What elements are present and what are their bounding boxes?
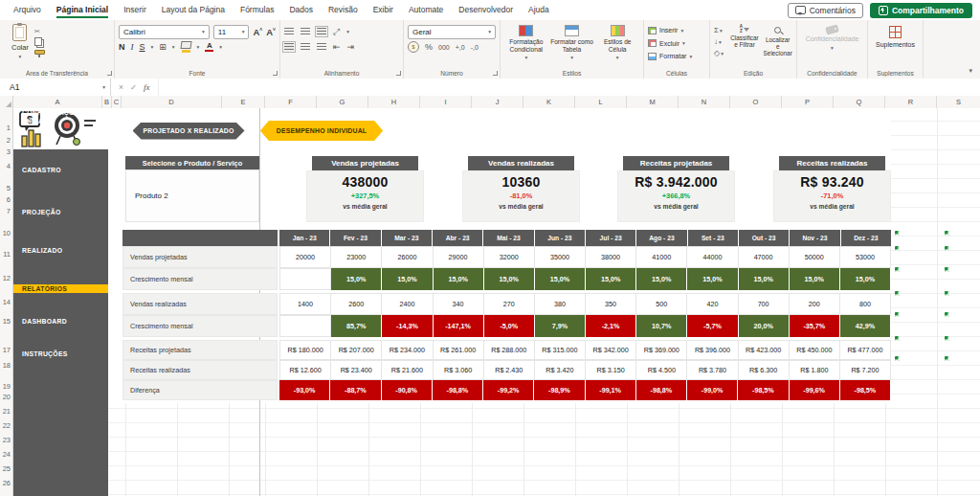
column-header[interactable]: I — [420, 96, 472, 108]
orientation-icon[interactable]: ⤢ — [333, 27, 340, 36]
column-header[interactable]: K — [523, 96, 575, 108]
menu-tab[interactable]: Dados — [281, 1, 321, 19]
align-bottom-icon[interactable] — [317, 28, 326, 35]
menu-tab[interactable]: Revisão — [321, 1, 366, 19]
bold-icon[interactable]: N — [119, 42, 125, 52]
font-name-select[interactable]: Calibri▾ — [119, 25, 210, 39]
font-size-select[interactable]: 11▾ — [213, 25, 250, 39]
row-header[interactable]: 4 — [0, 162, 11, 171]
row-header[interactable]: 12 — [0, 274, 11, 283]
style-button[interactable]: Formatação Condicional ▾ — [504, 25, 548, 60]
number-format-select[interactable]: Geral▾ — [408, 25, 496, 39]
column-header[interactable]: J — [472, 96, 523, 108]
row-header[interactable]: 25 — [0, 464, 11, 474]
menu-tab[interactable]: Desenvolvedor — [451, 1, 521, 19]
underline-icon[interactable]: S — [140, 42, 145, 52]
cells-button[interactable]: Formatar ▾ — [648, 50, 705, 63]
row-header[interactable]: 10 — [0, 229, 11, 238]
increase-font-icon[interactable]: A˄ — [253, 25, 262, 37]
column-header[interactable]: B — [102, 96, 112, 108]
row-header[interactable]: 18 — [0, 361, 11, 371]
collapse-ribbon-icon[interactable]: ▾ — [969, 67, 972, 75]
increase-decimal-icon[interactable]: +,0 — [456, 44, 465, 51]
copy-icon[interactable] — [34, 37, 45, 46]
row-header[interactable]: 19 — [0, 382, 11, 392]
cells-button[interactable]: Excluir ▾ — [648, 37, 705, 51]
align-right-icon[interactable] — [317, 43, 326, 51]
find-select-button[interactable]: Localizar e Selecionar — [763, 24, 792, 58]
increase-indent-icon[interactable]: ⇥ — [347, 42, 355, 52]
formula-input[interactable] — [159, 79, 980, 96]
row-header[interactable]: 3 — [0, 147, 11, 157]
thousands-format-icon[interactable]: 000 — [438, 44, 450, 51]
column-header[interactable]: G — [317, 96, 368, 108]
column-header[interactable]: A — [13, 96, 102, 108]
column-header[interactable]: Q — [834, 96, 885, 108]
column-header[interactable]: C — [112, 96, 122, 108]
addins-button[interactable]: Suplementos — [872, 24, 919, 48]
menu-tab[interactable]: Layout da Página — [154, 1, 233, 19]
column-header[interactable]: L — [575, 96, 627, 108]
row-header[interactable]: 26 — [0, 479, 11, 488]
column-header[interactable]: S — [937, 96, 980, 108]
chevron-down-icon[interactable]: ▾ — [346, 29, 349, 34]
italic-icon[interactable]: I — [131, 42, 134, 52]
row-header[interactable]: 7 — [0, 207, 11, 216]
align-left-icon[interactable] — [284, 43, 294, 51]
row-header[interactable]: 14 — [0, 298, 11, 307]
sort-filter-button[interactable]: AZ Classificar e Filtrar — [730, 24, 760, 58]
column-header[interactable]: M — [627, 96, 679, 108]
chevron-down-icon[interactable]: ▾ — [219, 44, 222, 50]
row-header[interactable]: 5 — [0, 184, 11, 193]
decrease-decimal-icon[interactable]: -,0 — [471, 44, 479, 51]
style-button[interactable]: Estilos de Célula ▾ — [595, 25, 639, 60]
autosum-icon[interactable]: Σ▾ — [714, 25, 726, 35]
cells-button[interactable]: Inserir ▾ — [648, 24, 705, 37]
row-header[interactable]: 1 — [0, 124, 11, 133]
paste-button[interactable]: Colar ▾ — [11, 24, 29, 59]
column-header[interactable]: E — [222, 96, 265, 108]
align-middle-icon[interactable] — [301, 28, 310, 35]
menu-tab[interactable]: Página Inicial — [49, 1, 116, 19]
style-button[interactable]: Formatar como Tabela ▾ — [550, 25, 594, 60]
row-header[interactable]: 21 — [0, 407, 11, 417]
cut-icon[interactable]: ✂ — [34, 27, 45, 35]
share-button[interactable]: Compartilhamento — [870, 3, 972, 18]
row-header[interactable]: 11 — [0, 250, 11, 259]
column-header[interactable]: R — [885, 96, 937, 108]
align-top-icon[interactable] — [284, 28, 294, 35]
fill-color-icon[interactable] — [181, 41, 191, 53]
row-header[interactable]: 15 — [0, 317, 11, 327]
column-header[interactable]: F — [265, 96, 317, 108]
borders-icon[interactable]: ⊞ — [159, 42, 167, 52]
comments-button[interactable]: Comentários — [788, 3, 863, 18]
column-header[interactable]: P — [782, 96, 834, 108]
column-header[interactable]: D — [122, 96, 222, 108]
currency-format-icon[interactable]: $ — [408, 41, 419, 53]
percent-format-icon[interactable]: % — [425, 42, 433, 52]
insert-function-icon[interactable]: fx — [144, 82, 150, 92]
row-header[interactable]: 6 — [0, 195, 11, 205]
fill-down-icon[interactable]: ↓▾ — [714, 36, 726, 47]
row-header[interactable]: 22 — [0, 421, 11, 431]
row-header[interactable]: 23 — [0, 436, 11, 445]
column-header[interactable]: O — [730, 96, 782, 108]
column-header[interactable]: H — [368, 96, 420, 108]
name-box[interactable]: A1▾ — [0, 79, 111, 96]
menu-tab[interactable]: Arquivo — [6, 1, 49, 19]
chevron-down-icon[interactable]: ▾ — [151, 44, 154, 50]
menu-tab[interactable]: Automate — [401, 1, 451, 19]
align-center-icon[interactable] — [301, 43, 310, 51]
decrease-font-icon[interactable]: A˅ — [266, 25, 276, 37]
select-all-corner[interactable] — [0, 96, 13, 108]
row-header[interactable]: 24 — [0, 450, 11, 460]
menu-tab[interactable]: Fórmulas — [233, 1, 281, 19]
decrease-indent-icon[interactable]: ⇤ — [333, 42, 341, 52]
cancel-icon[interactable]: × — [119, 82, 123, 92]
row-header[interactable]: 20 — [0, 393, 11, 402]
menu-tab[interactable]: Inserir — [116, 1, 154, 19]
chevron-down-icon[interactable]: ▾ — [172, 44, 175, 50]
format-painter-icon[interactable] — [34, 48, 45, 56]
chevron-down-icon[interactable]: ▾ — [197, 44, 200, 50]
font-color-icon[interactable]: A — [205, 42, 213, 53]
